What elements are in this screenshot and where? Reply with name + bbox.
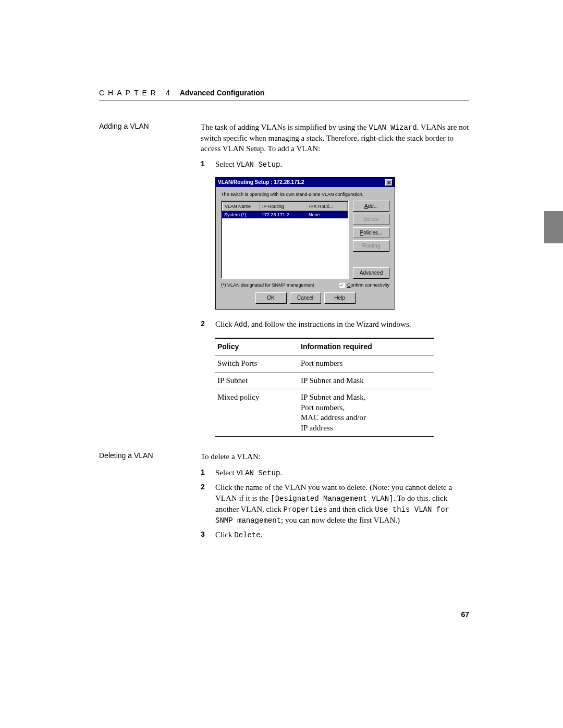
t2: . bbox=[280, 468, 282, 477]
section-adding-vlan: Adding a VLAN The task of adding VLANs i… bbox=[99, 122, 469, 447]
table-row: Switch Ports Port numbers bbox=[215, 355, 434, 373]
add-button[interactable]: Add... bbox=[353, 201, 389, 212]
checkbox-label: Confirm connectivity bbox=[347, 282, 389, 288]
side-label-adding: Adding a VLAN bbox=[99, 122, 201, 447]
cell-ip: 172.28.171.2 bbox=[260, 211, 307, 218]
page-number: 67 bbox=[461, 610, 469, 619]
policies-button[interactable]: Policies... bbox=[353, 227, 389, 239]
cell: IP Subnet bbox=[215, 372, 299, 389]
m: Add bbox=[234, 320, 247, 329]
confirm-checkbox-row[interactable]: ✓ Confirm connectivity bbox=[339, 282, 389, 288]
chapter-label: CHAPTER bbox=[99, 89, 160, 97]
m1: [Designated Management VLAN] bbox=[271, 495, 393, 503]
step-num: 3 bbox=[201, 529, 215, 540]
m: VLAN Setup bbox=[236, 161, 280, 169]
dialog-message: The switch is operating with its own sta… bbox=[221, 191, 389, 198]
routing-button: Routing bbox=[353, 240, 389, 252]
footnote: (*) VLAN designated for SNMP management bbox=[221, 282, 332, 288]
step-num: 2 bbox=[201, 319, 215, 330]
table-row: Mixed policy IP Subnet and Mask, Port nu… bbox=[215, 389, 434, 437]
step-text: Click Add, and follow the instructions i… bbox=[215, 319, 469, 330]
close-icon[interactable]: ✕ bbox=[385, 179, 393, 186]
cell: IP Subnet and Mask bbox=[299, 372, 434, 389]
cell: Mixed policy bbox=[215, 389, 299, 437]
del-step-2: 2 Click the name of the VLAN you want to… bbox=[201, 482, 469, 525]
body-deleting: To delete a VLAN: 1 Select VLAN Setup. 2… bbox=[201, 451, 469, 545]
step-num: 1 bbox=[201, 159, 215, 170]
t2: . bbox=[261, 530, 263, 539]
t: Select bbox=[215, 468, 236, 477]
advanced-button[interactable]: Advanced bbox=[353, 267, 389, 279]
body-adding: The task of adding VLANs is simplified b… bbox=[201, 122, 469, 447]
th-policy: Policy bbox=[215, 338, 299, 355]
list-header: VLAN Name IP Routing IPX Routi... bbox=[222, 202, 348, 211]
t: Click bbox=[215, 320, 234, 328]
cell: Switch Ports bbox=[215, 355, 299, 373]
th-info: Information required bbox=[299, 338, 434, 355]
policy-table: Policy Information required Switch Ports… bbox=[215, 338, 434, 437]
del-step-3: 3 Click Delete. bbox=[201, 529, 469, 540]
dialog-titlebar: VLAN/Routing Setup : 172.28.171.2 ✕ bbox=[216, 178, 395, 187]
intro-paragraph: The task of adding VLANs is simplified b… bbox=[201, 122, 469, 154]
intro-mono: VLAN Wizard bbox=[369, 124, 417, 132]
checkbox-icon[interactable]: ✓ bbox=[339, 282, 345, 288]
step-text: Select VLAN Setup. bbox=[215, 467, 469, 478]
dialog-body: The switch is operating with its own sta… bbox=[216, 187, 395, 309]
page-header: CHAPTER 4 Advanced Configuration bbox=[99, 89, 469, 101]
add-step-1: 1 Select VLAN Setup. bbox=[201, 159, 469, 170]
t4: ; you can now delete the first VLAN.) bbox=[281, 516, 400, 524]
step-text: Click Delete. bbox=[215, 529, 469, 540]
cancel-button[interactable]: Cancel bbox=[290, 292, 321, 304]
step-num: 1 bbox=[201, 467, 215, 478]
step-num: 2 bbox=[201, 482, 215, 525]
t2: , and follow the instructions in the Wiz… bbox=[247, 320, 411, 328]
dialog-footer: (*) VLAN designated for SNMP management … bbox=[221, 282, 389, 288]
vlan-list[interactable]: VLAN Name IP Routing IPX Routi... System… bbox=[221, 201, 349, 279]
section-deleting-vlan: Deleting a VLAN To delete a VLAN: 1 Sele… bbox=[99, 451, 469, 545]
m2: Properties bbox=[284, 505, 327, 514]
col-ip-routing: IP Routing bbox=[260, 202, 307, 211]
m: VLAN Setup bbox=[236, 469, 280, 477]
intro-text-1: The task of adding VLANs is simplified b… bbox=[201, 123, 369, 131]
chapter-title: Advanced Configuration bbox=[180, 89, 265, 97]
step-text: Click the name of the VLAN you want to d… bbox=[215, 482, 469, 525]
col-vlan-name: VLAN Name bbox=[222, 202, 260, 211]
add-step-2: 2 Click Add, and follow the instructions… bbox=[201, 319, 469, 330]
del-intro: To delete a VLAN: bbox=[201, 451, 469, 462]
dialog-main: VLAN Name IP Routing IPX Routi... System… bbox=[221, 201, 389, 279]
dialog-bottom-buttons: OK Cancel Help bbox=[221, 292, 389, 304]
dialog-title-text: VLAN/Routing Setup : 172.28.171.2 bbox=[218, 179, 304, 186]
step-text: Select VLAN Setup. bbox=[215, 159, 469, 170]
t: Select bbox=[215, 160, 236, 168]
t3: and then click bbox=[327, 505, 375, 513]
delete-button: Delete bbox=[353, 214, 389, 225]
help-button[interactable]: Help bbox=[324, 292, 356, 304]
m: Delete bbox=[234, 531, 260, 539]
ok-button[interactable]: OK bbox=[255, 292, 287, 304]
list-row-selected[interactable]: System (*) 172.28.171.2 None bbox=[222, 211, 348, 218]
vlan-setup-dialog: VLAN/Routing Setup : 172.28.171.2 ✕ The … bbox=[215, 177, 395, 309]
cell-name: System (*) bbox=[222, 211, 260, 218]
side-label-deleting: Deleting a VLAN bbox=[99, 451, 201, 545]
t: dd... bbox=[368, 203, 378, 209]
table-row: IP Subnet IP Subnet and Mask bbox=[215, 372, 434, 389]
thumb-tab bbox=[544, 211, 563, 243]
cell-ipx: None bbox=[307, 211, 348, 218]
t: Click bbox=[215, 530, 234, 539]
cell: Port numbers bbox=[299, 355, 434, 373]
cell: IP Subnet and Mask, Port numbers, MAC ad… bbox=[299, 389, 434, 437]
col-ipx-routing: IPX Routi... bbox=[307, 202, 348, 211]
t2: . bbox=[280, 160, 282, 168]
dialog-side-buttons: Add... Delete Policies... Routing Advanc… bbox=[353, 201, 389, 279]
del-step-1: 1 Select VLAN Setup. bbox=[201, 467, 469, 478]
table-header-row: Policy Information required bbox=[215, 338, 434, 355]
chapter-number: 4 bbox=[166, 89, 174, 97]
